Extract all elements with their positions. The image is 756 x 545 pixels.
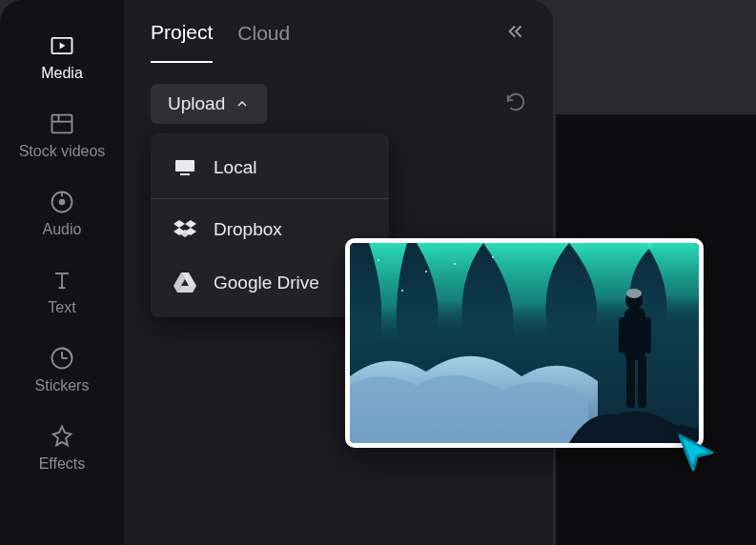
svg-rect-13	[175, 160, 194, 172]
sidebar-label: Stickers	[35, 377, 90, 394]
cursor-pointer-icon	[674, 430, 720, 479]
refresh-icon[interactable]	[505, 91, 526, 116]
sidebar-item-audio[interactable]: Audio	[0, 183, 124, 244]
sidebar-label: Effects	[39, 455, 86, 473]
svg-rect-1	[52, 115, 72, 133]
collapse-panel-icon[interactable]	[505, 21, 526, 46]
upload-button[interactable]: Upload	[151, 84, 267, 124]
svg-point-16	[378, 259, 379, 261]
sidebar-label: Audio	[43, 221, 82, 238]
sidebar-item-media[interactable]: Media	[0, 27, 124, 88]
media-icon	[49, 32, 75, 59]
google-drive-icon	[174, 272, 196, 294]
upload-option-label: Google Drive	[214, 272, 319, 293]
sidebar-label: Text	[48, 299, 75, 316]
svg-rect-24	[638, 355, 646, 408]
upload-button-label: Upload	[168, 93, 225, 114]
effects-icon	[49, 423, 75, 450]
tab-cloud[interactable]: Cloud	[237, 5, 290, 62]
upload-option-local[interactable]: Local	[151, 141, 389, 199]
stickers-icon	[49, 345, 75, 372]
media-thumbnail[interactable]	[345, 238, 704, 448]
svg-point-20	[454, 263, 456, 265]
svg-rect-14	[180, 173, 190, 175]
sidebar-item-effects[interactable]: Effects	[0, 417, 124, 478]
chevron-up-icon	[235, 96, 250, 111]
svg-rect-22	[624, 308, 645, 360]
svg-rect-23	[626, 355, 635, 408]
upload-option-label: Dropbox	[214, 219, 282, 240]
svg-point-27	[626, 289, 642, 298]
audio-icon	[49, 189, 75, 215]
local-device-icon	[174, 156, 196, 179]
upload-option-label: Local	[214, 157, 256, 178]
text-icon	[49, 267, 75, 293]
svg-rect-25	[619, 317, 626, 353]
svg-point-5	[60, 200, 65, 205]
sidebar-item-stickers[interactable]: Stickers	[0, 339, 124, 400]
tool-sidebar: Media Stock videos Audio	[0, 0, 124, 545]
sidebar-label: Media	[41, 65, 83, 82]
sidebar-item-stock-videos[interactable]: Stock videos	[0, 105, 124, 166]
svg-point-19	[401, 290, 403, 292]
svg-point-18	[492, 256, 494, 258]
svg-rect-26	[644, 317, 651, 353]
svg-point-17	[425, 271, 427, 272]
tab-bar: Project Cloud	[151, 0, 526, 67]
tab-project[interactable]: Project	[151, 4, 213, 63]
dropbox-icon	[174, 218, 196, 241]
sidebar-label: Stock videos	[19, 143, 106, 160]
sidebar-item-text[interactable]: Text	[0, 261, 124, 322]
stock-videos-icon	[49, 111, 75, 137]
media-toolbar: Upload	[151, 84, 526, 124]
